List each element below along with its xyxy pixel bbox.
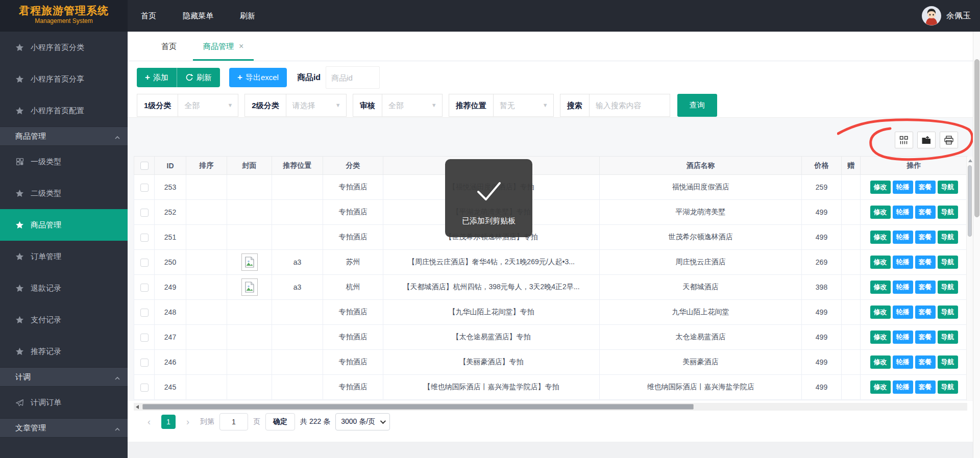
page-number-button[interactable]: 1	[161, 415, 176, 429]
goto-page-input[interactable]	[219, 413, 248, 430]
columns-toggle-button[interactable]	[895, 132, 913, 148]
action-package-button[interactable]: 套餐	[915, 281, 936, 294]
sidebar-item-10[interactable]: 推荐记录	[0, 336, 128, 367]
row-checkbox[interactable]	[140, 259, 149, 267]
action-package-button[interactable]: 套餐	[915, 256, 936, 269]
prev-page-button[interactable]: ‹	[142, 415, 156, 429]
scroll-up-arrow-icon[interactable]	[968, 159, 972, 162]
product-id-input[interactable]	[326, 66, 380, 89]
table-vertical-scrollbar[interactable]	[966, 157, 973, 400]
row-checkbox[interactable]	[140, 234, 149, 242]
sidebar-item-9[interactable]: 支付记录	[0, 304, 128, 336]
action-edit-button[interactable]: 修改	[870, 181, 891, 194]
sidebar-item-4[interactable]: 一级类型	[0, 146, 128, 177]
row-checkbox[interactable]	[140, 359, 149, 367]
cell-actions: 修改轮播套餐导航	[861, 250, 968, 275]
action-nav-button[interactable]: 导航	[938, 256, 958, 269]
audit-select[interactable]: 全部▼	[382, 94, 443, 117]
action-edit-button[interactable]: 修改	[870, 355, 891, 369]
topnav-refresh[interactable]: 刷新	[227, 0, 268, 32]
sidebar-item-6[interactable]: 商品管理	[0, 209, 128, 241]
tab-home[interactable]: 首页	[148, 32, 190, 61]
action-nav-button[interactable]: 导航	[938, 306, 958, 319]
cell-id: 249	[155, 275, 186, 300]
sidebar-section-3[interactable]: 商品管理	[0, 126, 128, 146]
action-nav-button[interactable]: 导航	[938, 330, 958, 344]
sidebar-item-1[interactable]: 小程序首页分享	[0, 63, 128, 95]
row-checkbox[interactable]	[140, 184, 149, 192]
action-nav-button[interactable]: 导航	[938, 355, 958, 369]
sidebar-item-5[interactable]: 二级类型	[0, 177, 128, 209]
topnav-hide-menu[interactable]: 隐藏菜单	[169, 0, 227, 32]
action-edit-button[interactable]: 修改	[870, 256, 891, 269]
action-edit-button[interactable]: 修改	[870, 306, 891, 319]
refresh-button[interactable]: 刷新	[177, 68, 220, 87]
action-carousel-button[interactable]: 轮播	[893, 206, 913, 219]
table-horizontal-scrollbar[interactable]	[134, 403, 967, 411]
action-package-button[interactable]: 套餐	[915, 206, 936, 219]
recommend-select[interactable]: 暂无▼	[494, 94, 554, 117]
sidebar-section-11[interactable]: 计调	[0, 367, 128, 387]
tab-bar: 首页 商品管理×	[128, 32, 973, 61]
action-package-button[interactable]: 套餐	[915, 355, 936, 369]
page-size-select[interactable]: 3000 条/页	[335, 413, 390, 430]
page-vertical-scrollbar[interactable]	[973, 32, 980, 458]
tab-goods-management[interactable]: 商品管理×	[190, 32, 257, 61]
export-folder-button[interactable]	[917, 132, 936, 148]
row-checkbox[interactable]	[140, 284, 149, 292]
print-button[interactable]	[940, 132, 958, 148]
action-edit-button[interactable]: 修改	[870, 330, 891, 344]
sidebar-item-7[interactable]: 订单管理	[0, 241, 128, 272]
action-carousel-button[interactable]: 轮播	[893, 181, 913, 194]
topnav-home[interactable]: 首页	[128, 0, 169, 32]
sidebar-item-0[interactable]: 小程序首页分类	[0, 32, 128, 63]
action-nav-button[interactable]: 导航	[938, 181, 958, 194]
refresh-label: 刷新	[197, 73, 212, 83]
add-button[interactable]: +添加	[137, 68, 177, 87]
sidebar-item-8[interactable]: 退款记录	[0, 272, 128, 304]
scroll-left-arrow-icon[interactable]	[136, 405, 139, 409]
caret-down-icon: ▼	[543, 94, 548, 116]
close-icon[interactable]: ×	[239, 42, 243, 50]
sidebar-item-2[interactable]: 小程序首页配置	[0, 95, 128, 126]
sidebar-item-12[interactable]: 计调订单	[0, 387, 128, 418]
scrollbar-thumb[interactable]	[142, 404, 694, 410]
action-carousel-button[interactable]: 轮播	[893, 256, 913, 269]
action-carousel-button[interactable]: 轮播	[893, 306, 913, 319]
scrollbar-thumb[interactable]	[974, 59, 979, 217]
action-package-button[interactable]: 套餐	[915, 380, 936, 394]
action-package-button[interactable]: 套餐	[915, 330, 936, 344]
level1-select[interactable]: 全部▼	[178, 94, 238, 117]
query-button[interactable]: 查询	[677, 94, 717, 117]
action-nav-button[interactable]: 导航	[938, 231, 958, 244]
export-excel-button[interactable]: +导出excel	[229, 68, 287, 87]
confirm-button[interactable]: 确定	[265, 413, 295, 430]
action-carousel-button[interactable]: 轮播	[893, 281, 913, 294]
app-subtitle: Management System	[0, 17, 128, 24]
action-carousel-button[interactable]: 轮播	[893, 330, 913, 344]
action-edit-button[interactable]: 修改	[870, 281, 891, 294]
row-checkbox[interactable]	[140, 384, 149, 392]
action-nav-button[interactable]: 导航	[938, 380, 958, 394]
action-edit-button[interactable]: 修改	[870, 206, 891, 219]
action-carousel-button[interactable]: 轮播	[893, 231, 913, 244]
row-checkbox[interactable]	[140, 209, 149, 217]
row-checkbox[interactable]	[140, 334, 149, 342]
action-nav-button[interactable]: 导航	[938, 281, 958, 294]
action-carousel-button[interactable]: 轮播	[893, 380, 913, 394]
scrollbar-thumb[interactable]	[968, 165, 972, 237]
user-box[interactable]: 余佩玉	[922, 0, 971, 32]
action-carousel-button[interactable]: 轮播	[893, 355, 913, 369]
action-package-button[interactable]: 套餐	[915, 181, 936, 194]
action-edit-button[interactable]: 修改	[870, 231, 891, 244]
row-checkbox[interactable]	[140, 309, 149, 317]
select-all-checkbox[interactable]	[140, 162, 149, 170]
action-edit-button[interactable]: 修改	[870, 380, 891, 394]
action-package-button[interactable]: 套餐	[915, 306, 936, 319]
action-nav-button[interactable]: 导航	[938, 206, 958, 219]
next-page-button[interactable]: ›	[181, 415, 195, 429]
action-package-button[interactable]: 套餐	[915, 231, 936, 244]
sidebar-section-13[interactable]: 文章管理	[0, 418, 128, 438]
level2-select[interactable]: 请选择▼	[286, 94, 347, 117]
search-input[interactable]	[590, 94, 670, 117]
